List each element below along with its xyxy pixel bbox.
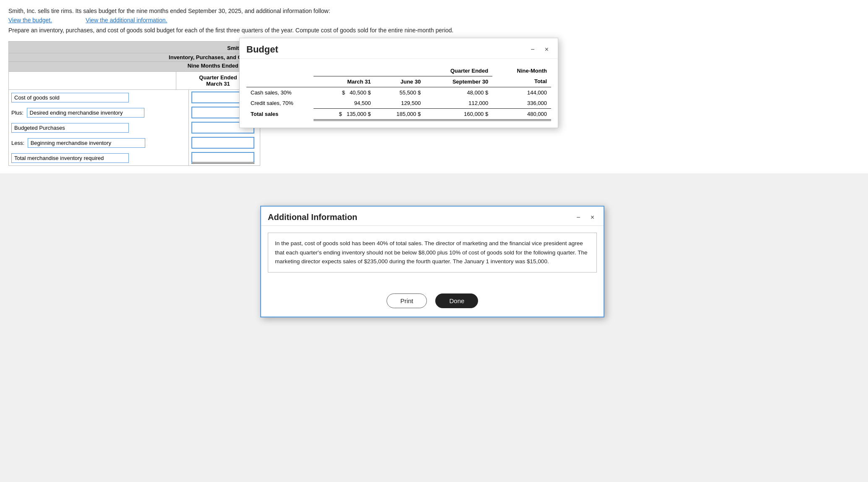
less-label: Less:: [11, 140, 24, 146]
row-label-purchases: Budgeted Purchases: [11, 123, 129, 133]
budget-total-march: $ 135,000 $: [314, 108, 375, 120]
additional-modal-controls: − ×: [574, 213, 597, 222]
input-beginning[interactable]: [191, 137, 254, 149]
budget-total-sales-row: Total sales $ 135,000 $ 185,000 $ 160,00…: [246, 108, 551, 120]
table-row: Budgeted Purchases: [9, 120, 260, 135]
prepare-text: Prepare an inventory, purchases, and cos…: [8, 27, 860, 34]
budget-credit-total: 336,000: [492, 98, 551, 109]
row-label-total: Total merchandise inventory required: [11, 153, 129, 163]
additional-info-box: In the past, cost of goods sold has been…: [268, 233, 597, 272]
row-label-desired: Desired ending merchandise inventory: [27, 108, 144, 118]
budget-minimize-button[interactable]: −: [528, 45, 537, 54]
done-button[interactable]: Done: [435, 293, 478, 308]
additional-modal-title: Additional Information: [268, 212, 357, 222]
budget-close-button[interactable]: ×: [542, 45, 551, 54]
budget-col-header-row: March 31 June 30 September 30 Total: [246, 76, 551, 87]
links-row: View the budget. View the additional inf…: [8, 17, 860, 24]
additional-modal-body: In the past, cost of goods sold has been…: [261, 226, 604, 288]
budget-credit-june: 129,500: [375, 98, 425, 109]
budget-modal-title: Budget: [246, 44, 278, 55]
budget-total-label: Total sales: [246, 108, 314, 120]
view-additional-link[interactable]: View the additional information.: [86, 17, 167, 24]
budget-credit-label: Credit sales, 70%: [246, 98, 314, 109]
budget-cash-sales-row: Cash sales, 30% $ 40,500 $ 55,500 $ 48,0…: [246, 87, 551, 98]
additional-modal-footer: Print Done: [261, 288, 604, 317]
budget-empty-header: [246, 65, 314, 76]
input-total[interactable]: [191, 152, 254, 164]
budget-modal-body: Quarter Ended Nine-Month March 31 June 3…: [240, 59, 558, 128]
budget-modal-header: Budget − ×: [240, 38, 558, 59]
budget-cash-label: Cash sales, 30%: [246, 87, 314, 98]
row-label-beginning: Beginning merchandise inventory: [28, 138, 145, 148]
budget-cash-june: 55,500 $: [375, 87, 425, 98]
budget-modal: Budget − × Quarter Ended Nine-Month Marc…: [239, 38, 558, 128]
budget-col-march: March 31: [314, 76, 375, 87]
intro-text: Smith, Inc. sells tire rims. Its sales b…: [8, 8, 860, 14]
additional-modal-header: Additional Information − ×: [261, 207, 604, 226]
plus-label: Plus:: [11, 110, 24, 116]
budget-col-june: June 30: [375, 76, 425, 87]
budget-cash-march: $ 40,500 $: [314, 87, 375, 98]
additional-close-button[interactable]: ×: [588, 213, 597, 222]
budget-label-col: [246, 76, 314, 87]
sheet-col-header: Quarter Ended March 31: [8, 72, 260, 90]
view-budget-link[interactable]: View the budget.: [8, 17, 52, 24]
table-row: Total merchandise inventory required: [9, 150, 260, 166]
budget-col-september: September 30: [425, 76, 492, 87]
budget-credit-sep: 112,000: [425, 98, 492, 109]
table-row: Plus: Desired ending merchandise invento…: [9, 105, 260, 120]
budget-table: Quarter Ended Nine-Month March 31 June 3…: [246, 65, 551, 121]
table-row: Less: Beginning merchandise inventory: [9, 135, 260, 150]
budget-credit-march: 94,500: [314, 98, 375, 109]
budget-cash-total: 144,000: [492, 87, 551, 98]
budget-total-june: 185,000 $: [375, 108, 425, 120]
budget-credit-sales-row: Credit sales, 70% 94,500 129,500 112,000…: [246, 98, 551, 109]
budget-col-total: Total: [492, 76, 551, 87]
print-button[interactable]: Print: [387, 293, 427, 308]
budget-total-sep: 160,000 $: [425, 108, 492, 120]
budget-modal-controls: − ×: [528, 45, 551, 54]
budget-cash-sep: 48,000 $: [425, 87, 492, 98]
budget-quarter-header: Quarter Ended: [314, 65, 492, 76]
budget-nine-month-header: Nine-Month: [492, 65, 551, 76]
additional-modal: Additional Information − × In the past, …: [260, 206, 604, 317]
sheet-company: Smith, Inc.: [8, 41, 260, 53]
sheet-table: Cost of goods sold Plus: Desired ending …: [8, 90, 260, 166]
row-label-cogs: Cost of goods sold: [11, 93, 129, 102]
sheet-title: Inventory, Purchases, and Cost o: [8, 53, 260, 62]
budget-total-total: 480,000: [492, 108, 551, 120]
budget-header-group-row: Quarter Ended Nine-Month: [246, 65, 551, 76]
additional-minimize-button[interactable]: −: [574, 213, 583, 222]
table-row: Cost of goods sold: [9, 90, 260, 105]
sheet-period: Nine Months Ended Septe: [8, 62, 260, 72]
